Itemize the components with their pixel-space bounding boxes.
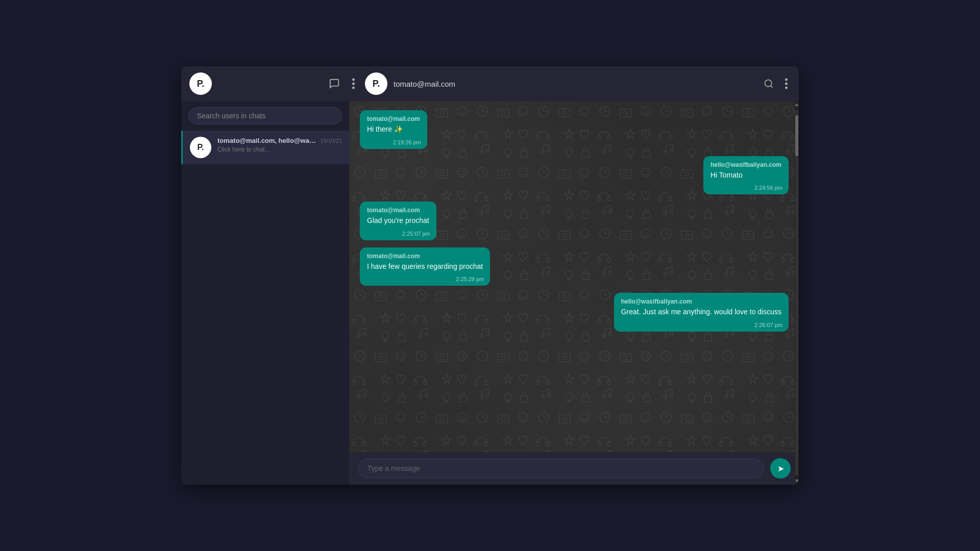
sidebar: P. tomato@mail.com, hello@wasifbaliyan.c… bbox=[181, 101, 350, 485]
message-time: 2:25:29 pm bbox=[456, 276, 484, 282]
top-bar-icons bbox=[326, 75, 358, 92]
message-text: Great. Just ask me anything. would love … bbox=[621, 307, 781, 317]
active-chat-user: P. tomato@mail.com bbox=[365, 72, 455, 95]
message-bubble: tomato@mail.com Hi there ✨ 2:19:26 pm bbox=[360, 110, 427, 149]
message-bubble: tomato@mail.com Glad you're prochat 2:25… bbox=[360, 202, 436, 240]
top-bar: P. P. tomato@mail.com bbox=[181, 66, 799, 101]
scroll-up-arrow[interactable] bbox=[795, 103, 799, 106]
message-bubble: hello@wasifbaliyan.com Hi Tomato 2:24:56… bbox=[703, 156, 789, 195]
message-text: I have few queries regarding prochat bbox=[367, 262, 483, 272]
active-user-email: tomato@mail.com bbox=[394, 80, 455, 88]
message-sender: tomato@mail.com bbox=[367, 115, 420, 122]
svg-point-6 bbox=[785, 83, 788, 85]
svg-line-4 bbox=[771, 86, 773, 88]
message-text: Glad you're prochat bbox=[367, 216, 429, 226]
chat-list-item[interactable]: P. tomato@mail.com, hello@wasifbaliyan.c… bbox=[181, 131, 349, 164]
scroll-down-arrow[interactable] bbox=[795, 480, 799, 483]
message-bubble: hello@wasifbaliyan.com Great. Just ask m… bbox=[614, 293, 789, 332]
svg-point-0 bbox=[352, 79, 355, 81]
svg-point-5 bbox=[785, 79, 788, 81]
svg-point-1 bbox=[352, 83, 355, 85]
main-content: P. tomato@mail.com, hello@wasifbaliyan.c… bbox=[181, 101, 799, 485]
message-input[interactable] bbox=[358, 459, 764, 478]
message-bubble: tomato@mail.com I have few queries regar… bbox=[360, 247, 490, 286]
scrollbar-track bbox=[795, 110, 798, 475]
message-sender: tomato@mail.com bbox=[367, 253, 483, 260]
more-options-button[interactable] bbox=[349, 75, 358, 92]
send-icon: ➤ bbox=[777, 464, 784, 473]
message-sender: hello@wasifbaliyan.com bbox=[621, 298, 781, 305]
input-area: ➤ bbox=[350, 452, 799, 485]
chat-area: tomato@mail.com Hi there ✨ 2:19:26 pm he… bbox=[350, 101, 799, 485]
message-text: Hi Tomato bbox=[710, 170, 781, 181]
svg-point-7 bbox=[785, 87, 788, 89]
active-user-avatar: P. bbox=[365, 72, 387, 95]
message-time: 2:24:56 pm bbox=[754, 185, 782, 191]
top-bar-left: P. bbox=[189, 72, 358, 95]
message-text: Hi there ✨ bbox=[367, 124, 420, 135]
message-sender: tomato@mail.com bbox=[367, 207, 429, 214]
message-time: 2:19:26 pm bbox=[393, 139, 421, 145]
chat-item-name: tomato@mail.com, hello@wasifbaliyan.com … bbox=[217, 137, 317, 144]
search-input[interactable] bbox=[188, 107, 342, 124]
send-button[interactable]: ➤ bbox=[770, 458, 791, 479]
chat-item-preview: Click here to chat... bbox=[217, 146, 317, 153]
message-sender: hello@wasifbaliyan.com bbox=[710, 161, 781, 168]
top-bar-right-icons bbox=[761, 75, 791, 92]
message-time: 2:25:07 pm bbox=[402, 231, 430, 237]
search-button[interactable] bbox=[761, 75, 777, 92]
chat-list: P. tomato@mail.com, hello@wasifbaliyan.c… bbox=[181, 131, 349, 485]
chat-more-options-button[interactable] bbox=[782, 75, 791, 92]
chat-icon-button[interactable] bbox=[326, 75, 343, 92]
top-bar-right: P. tomato@mail.com bbox=[358, 72, 791, 95]
scrollbar-thumb[interactable] bbox=[795, 115, 798, 156]
svg-point-2 bbox=[352, 87, 355, 89]
message-time: 2:26:07 pm bbox=[754, 322, 782, 328]
chat-item-date: 10/10/21 bbox=[320, 138, 342, 144]
user-avatar[interactable]: P. bbox=[189, 72, 212, 95]
messages-container: tomato@mail.com Hi there ✨ 2:19:26 pm he… bbox=[350, 101, 799, 452]
chat-item-info: tomato@mail.com, hello@wasifbaliyan.com … bbox=[217, 137, 317, 153]
chat-item-avatar: P. bbox=[190, 137, 211, 158]
app-window: P. P. tomato@mail.com bbox=[181, 66, 799, 485]
chat-scrollbar[interactable] bbox=[795, 101, 799, 485]
